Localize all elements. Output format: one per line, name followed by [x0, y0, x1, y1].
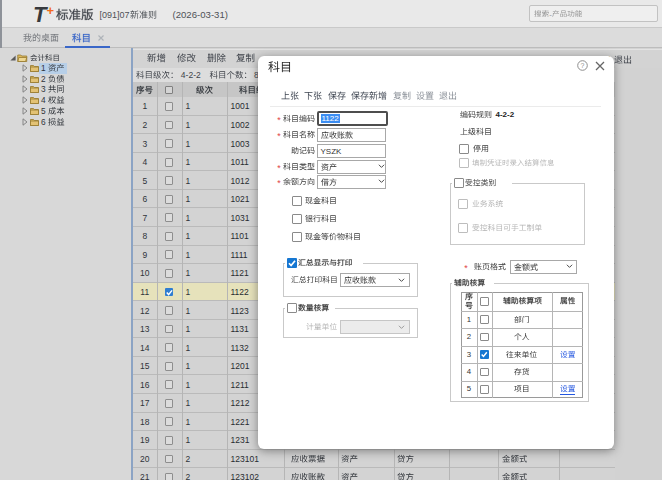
svg-text:?: ?: [581, 62, 585, 69]
